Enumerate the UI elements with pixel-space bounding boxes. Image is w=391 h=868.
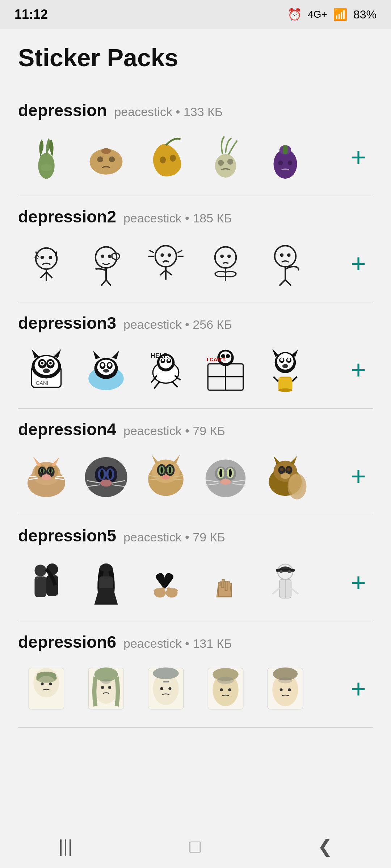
add-button-depression2[interactable]: + — [344, 249, 373, 278]
sticker-4-depression2 — [197, 235, 253, 291]
svg-point-154 — [280, 468, 283, 471]
pack-name-depression2: depression2 — [18, 207, 116, 226]
svg-point-4 — [109, 156, 115, 162]
pack-meta-depression5: peacestick • 79 КБ — [123, 530, 225, 544]
sticker-2-depression3 — [78, 341, 134, 397]
svg-line-26 — [101, 280, 106, 285]
add-button-depression6[interactable]: + — [344, 674, 373, 703]
svg-point-57 — [43, 368, 50, 373]
sticker-pack-depression6: depression6 peacestick • 131 КБ — [18, 621, 373, 728]
sticker-4-depression3: I CAN'T. — [197, 341, 253, 397]
pack-meta-depression6: peacestick • 131 КБ — [123, 637, 232, 651]
sticker-previews-depression5 — [18, 554, 344, 610]
sticker-2-depression6 — [78, 660, 134, 716]
pack-name-depression5: depression5 — [18, 526, 116, 545]
svg-point-38 — [215, 247, 236, 268]
svg-point-170 — [288, 570, 291, 573]
svg-point-144 — [228, 469, 231, 477]
svg-point-29 — [160, 253, 164, 257]
sticker-previews-depression4 — [18, 448, 344, 504]
svg-text:I CAN'T.: I CAN'T. — [207, 357, 227, 362]
svg-point-185 — [101, 679, 111, 684]
svg-line-47 — [285, 280, 291, 285]
svg-point-145 — [220, 479, 231, 485]
status-icons: ⏰ 4G+ 📶 83% — [287, 8, 377, 21]
sticker-5-depression5 — [257, 554, 313, 610]
svg-point-203 — [278, 677, 292, 683]
pack-meta-depression2: peacestick • 185 КБ — [123, 211, 232, 225]
svg-line-96 — [273, 376, 278, 381]
svg-point-55 — [41, 362, 43, 364]
svg-point-72 — [161, 359, 164, 361]
status-bar: 11:12 ⏰ 4G+ 📶 83% — [0, 0, 391, 29]
pack-header-depression4: depression4 peacestick • 79 КБ — [18, 420, 373, 439]
svg-line-33 — [177, 250, 182, 253]
svg-point-132 — [169, 467, 171, 474]
sticker-pack-depression3: depression3 peacestick • 256 КБ — [18, 302, 373, 409]
svg-point-30 — [167, 253, 171, 257]
pack-row-depression4: + — [18, 448, 373, 504]
pack-name-depression3: depression3 — [18, 313, 116, 333]
svg-point-40 — [227, 254, 231, 258]
pack-meta-depression3: peacestick • 256 КБ — [123, 318, 232, 332]
svg-point-56 — [49, 362, 52, 364]
svg-point-65 — [108, 363, 111, 367]
svg-line-31 — [149, 250, 154, 253]
sticker-4-depression5 — [197, 554, 253, 610]
sticker-3-depression3: HELP. — [138, 341, 194, 397]
sticker-previews-depression3: CANI — [18, 341, 344, 397]
sticker-pack-depression: depression peacestick • 133 КБ — [18, 90, 373, 196]
sticker-5-depression6 — [257, 660, 313, 716]
svg-rect-13 — [283, 145, 287, 154]
svg-point-15 — [287, 160, 292, 165]
sticker-5-depression — [257, 129, 313, 185]
pack-name-depression4: depression4 — [18, 420, 116, 439]
sticker-3-depression — [138, 129, 194, 185]
nav-menu-button[interactable]: ||| — [58, 836, 72, 857]
add-button-depression5[interactable]: + — [344, 568, 373, 597]
navigation-bar: ||| □ ❮ — [0, 825, 391, 868]
network-icon: 4G+ — [308, 9, 327, 20]
svg-point-91 — [280, 358, 283, 361]
sticker-3-depression5 — [138, 554, 194, 610]
svg-point-177 — [41, 682, 43, 685]
svg-point-39 — [220, 254, 224, 258]
svg-point-118 — [100, 469, 104, 479]
add-button-depression4[interactable]: + — [344, 461, 373, 490]
svg-point-10 — [227, 158, 233, 164]
nav-home-button[interactable]: □ — [189, 836, 200, 857]
main-content: Sticker Packs depression peacestick • 13… — [0, 29, 391, 728]
add-button-depression3[interactable]: + — [344, 355, 373, 384]
pack-header-depression6: depression6 peacestick • 131 КБ — [18, 632, 373, 652]
pack-row-depression2: + — [18, 235, 373, 291]
svg-point-107 — [49, 468, 52, 473]
svg-point-169 — [279, 570, 282, 573]
sticker-1-depression4 — [18, 448, 74, 504]
svg-point-119 — [108, 469, 112, 479]
sticker-4-depression — [197, 129, 253, 185]
nav-back-button[interactable]: ❮ — [318, 836, 333, 857]
svg-point-197 — [217, 677, 234, 684]
svg-line-20 — [40, 272, 46, 278]
svg-point-93 — [282, 364, 288, 368]
add-button-depression[interactable]: + — [344, 142, 373, 171]
status-time: 11:12 — [14, 7, 48, 22]
svg-line-97 — [292, 376, 297, 381]
sticker-2-depression2 — [78, 235, 134, 291]
pack-meta-depression: peacestick • 133 КБ — [114, 105, 223, 119]
svg-point-24 — [108, 254, 111, 258]
sticker-5-depression2 — [257, 235, 313, 291]
sticker-5-depression3 — [257, 341, 313, 397]
svg-point-201 — [279, 688, 282, 691]
svg-line-21 — [46, 272, 52, 278]
svg-point-133 — [161, 475, 170, 479]
svg-point-43 — [280, 253, 283, 257]
svg-line-46 — [279, 280, 285, 285]
sticker-4-depression6 — [197, 660, 253, 716]
sticker-1-depression3: CANI — [18, 341, 74, 397]
svg-point-44 — [287, 253, 290, 257]
page-title: Sticker Packs — [18, 43, 373, 72]
svg-line-77 — [172, 381, 177, 387]
pack-header-depression5: depression5 peacestick • 79 КБ — [18, 526, 373, 545]
sticker-1-depression — [18, 129, 74, 185]
